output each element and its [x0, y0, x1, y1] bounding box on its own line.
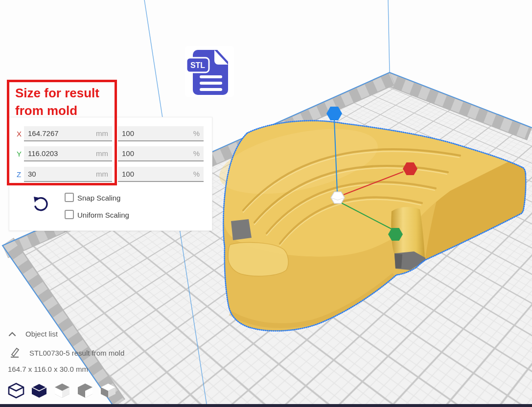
model-left-gap-shadow: [231, 219, 252, 240]
scale-z-mm-unit: mm: [96, 170, 108, 178]
view-mode-cube-front[interactable]: [53, 383, 71, 399]
reset-scale-button[interactable]: [32, 196, 49, 215]
bottom-bar: [0, 404, 532, 407]
model-rainbow-mold[interactable]: [214, 117, 526, 331]
chevron-up-icon: [8, 331, 17, 337]
view-mode-cube-top[interactable]: [99, 383, 117, 399]
object-list-title: Object list: [25, 330, 58, 338]
cube-right-icon: [76, 383, 94, 399]
pencil-icon: [10, 347, 20, 358]
scale-y-mm-input[interactable]: 116.0203 mm: [24, 146, 112, 161]
scale-y-percent-unit: %: [193, 149, 200, 158]
view-mode-cube-outline[interactable]: [7, 383, 25, 399]
cube-top-icon: [99, 383, 117, 399]
scale-tool-panel: X 164.7267 mm 100 % Y 116.0203 mm 100 % …: [9, 117, 212, 231]
cube-solid-icon: [30, 383, 48, 399]
scale-y-percent-value: 100: [122, 149, 134, 158]
uniform-scaling-checkbox[interactable]: [65, 210, 74, 219]
scale-y-percent-input[interactable]: 100 %: [118, 146, 204, 161]
snap-scaling-checkbox[interactable]: [65, 193, 74, 202]
scale-y-mm-unit: mm: [96, 149, 108, 158]
scale-z-mm-value: 30: [28, 170, 36, 178]
cube-front-icon: [53, 383, 71, 399]
object-list-item-name: STL00730-5 result from mold: [29, 349, 124, 357]
scale-x-percent-input[interactable]: 100 %: [118, 126, 204, 141]
scale-z-percent-input[interactable]: 100 %: [118, 167, 204, 182]
scale-x-percent-unit: %: [193, 129, 200, 137]
object-list-header[interactable]: Object list: [0, 330, 58, 338]
gizmo-center-handle[interactable]: [331, 192, 345, 204]
axis-label-y: Y: [17, 150, 23, 158]
scale-z-percent-value: 100: [122, 170, 134, 178]
scale-x-mm-unit: mm: [96, 129, 108, 137]
object-dimensions: 164.7 x 116.0 x 30.0 mm: [8, 365, 88, 373]
axis-label-x: X: [17, 130, 23, 138]
view-mode-cube-solid[interactable]: [30, 383, 48, 399]
object-list-item[interactable]: STL00730-5 result from mold: [0, 347, 124, 358]
model-notch-shadow-dark: [394, 253, 402, 269]
cube-outline-icon: [7, 383, 25, 399]
viewport-3d: STL X 164.7267 mm 100 % Y 116.0203 mm: [0, 0, 532, 407]
view-mode-cube-right[interactable]: [76, 383, 94, 399]
uniform-scaling-label: Uniform Scaling: [77, 211, 129, 219]
scale-z-percent-unit: %: [193, 170, 200, 178]
view-mode-toolbar: [7, 383, 117, 399]
stl-badge-label: STL: [190, 61, 205, 69]
scale-x-mm-value: 164.7267: [28, 129, 59, 137]
axis-label-z: Z: [17, 170, 23, 179]
stl-file-icon: STL: [185, 46, 234, 97]
scale-y-mm-value: 116.0203: [28, 149, 58, 158]
rotate-ccw-icon: [32, 196, 49, 214]
scale-x-percent-value: 100: [122, 129, 134, 137]
model-cloud-rim: [228, 243, 288, 276]
scale-x-mm-input[interactable]: 164.7267 mm: [24, 126, 112, 141]
snap-scaling-label: Snap Scaling: [77, 194, 120, 202]
scale-z-mm-input[interactable]: 30 mm: [24, 167, 112, 182]
